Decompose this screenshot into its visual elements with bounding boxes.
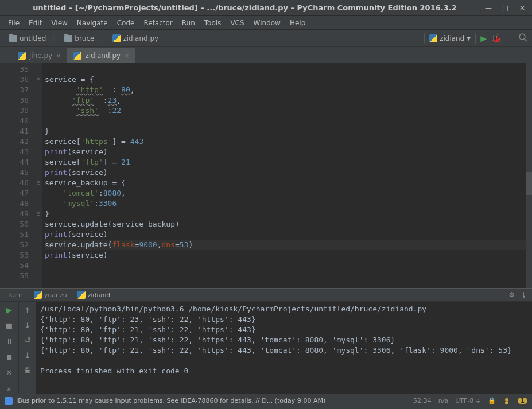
fold-column[interactable]: ⊟⊟⊟⊟	[34, 63, 42, 288]
line-number[interactable]: 37	[0, 85, 29, 95]
menu-tools[interactable]: Tools	[201, 18, 225, 28]
code-line[interactable]: 'ssh' :22	[45, 106, 532, 116]
line-number[interactable]: 40	[0, 116, 29, 126]
menu-code[interactable]: Code	[114, 18, 138, 28]
code-area[interactable]: service = { 'http' : 80, 'ftp' :23, 'ssh…	[42, 63, 532, 288]
pause-button[interactable]: ⏸	[4, 337, 14, 346]
code-line[interactable]: print(service)	[45, 147, 532, 157]
tool-windows-icon[interactable]	[5, 397, 13, 405]
menu-refactor[interactable]: Refactor	[140, 18, 176, 28]
code-line[interactable]: service.update(flask=9000,dns=53)	[45, 240, 532, 250]
print-button[interactable]: 🖶	[22, 365, 33, 375]
run-config-selector[interactable]: zidiand ▼	[424, 33, 476, 44]
close-button[interactable]: ✕	[4, 368, 14, 377]
code-line[interactable]: 'mysql':3306	[45, 198, 532, 209]
code-line[interactable]	[45, 116, 532, 126]
line-number[interactable]: 50	[0, 219, 29, 229]
file-encoding[interactable]: UTF-8 ≑	[455, 397, 481, 404]
crumb-folder[interactable]: bruce	[60, 33, 99, 44]
code-line[interactable]: }	[45, 209, 532, 219]
menu-view[interactable]: View	[48, 18, 71, 28]
gutter[interactable]: 3536373839404142434445464748495051525354…	[0, 63, 34, 288]
console-output[interactable]: /usr/local/python3/bin/python3.6 /home/k…	[36, 302, 532, 394]
line-number[interactable]: 38	[0, 95, 29, 106]
code-line[interactable]	[45, 271, 532, 281]
menu-window[interactable]: Window	[250, 18, 284, 28]
line-separator[interactable]: n/a	[438, 397, 448, 404]
code-line[interactable]: service = {	[45, 75, 532, 85]
line-number[interactable]: 42	[0, 137, 29, 147]
crumb-project[interactable]: untitled	[5, 33, 51, 44]
line-number[interactable]: 36	[0, 75, 29, 85]
up-button[interactable]: ↑	[22, 305, 33, 315]
fold-marker[interactable]: ⊟	[34, 209, 42, 219]
lock-icon[interactable]: 🔒	[488, 397, 496, 404]
fold-marker[interactable]: ⊟	[34, 75, 42, 85]
menu-run[interactable]: Run	[178, 18, 199, 28]
menu-help[interactable]: Help	[286, 18, 309, 28]
crumb-file[interactable]: zidiand.py	[108, 33, 163, 44]
menu-vcs[interactable]: VCS	[227, 18, 247, 28]
soft-wrap-button[interactable]: ⏎	[22, 335, 33, 345]
stop-button[interactable]: ■	[4, 321, 14, 330]
code-line[interactable]: }	[45, 126, 532, 137]
line-number[interactable]: 51	[0, 229, 29, 240]
tab-zidiand[interactable]: zidiand.py ×	[67, 48, 135, 63]
caret-position[interactable]: 52:34	[413, 397, 432, 404]
search-icon[interactable]	[518, 33, 527, 44]
run-tab-yuanzu[interactable]: yuanzu	[29, 290, 72, 300]
line-number[interactable]: 41	[0, 126, 29, 137]
code-line[interactable]: print(service)	[45, 229, 532, 240]
event-badge[interactable]: 1	[518, 398, 527, 404]
line-number[interactable]: 35	[0, 64, 29, 75]
line-number[interactable]: 48	[0, 198, 29, 209]
code-line[interactable]	[45, 260, 532, 271]
scroll-to-end-button[interactable]: ⤓	[22, 350, 33, 360]
vertical-scrollbar[interactable]	[526, 63, 532, 288]
minimize-icon[interactable]: —	[485, 4, 493, 12]
code-line[interactable]: print(service)	[45, 168, 532, 178]
line-number[interactable]: 53	[0, 250, 29, 260]
scroll-thumb[interactable]	[526, 172, 532, 195]
line-number[interactable]: 46	[0, 178, 29, 188]
close-icon[interactable]: ×	[56, 52, 61, 60]
debug-button[interactable]: 🐞	[491, 34, 501, 43]
line-number[interactable]: 55	[0, 271, 29, 281]
line-number[interactable]: 43	[0, 147, 29, 157]
line-number[interactable]: 54	[0, 260, 29, 271]
gear-icon[interactable]: ⚙	[508, 291, 515, 299]
fold-marker[interactable]: ⊟	[34, 126, 42, 137]
line-number[interactable]: 39	[0, 106, 29, 116]
code-line[interactable]: service_backup = {	[45, 178, 532, 188]
line-number[interactable]: 49	[0, 209, 29, 219]
code-line[interactable]: 'tomcat':8080,	[45, 188, 532, 198]
code-line[interactable]: print(service)	[45, 250, 532, 260]
tab-jihe[interactable]: jihe.py ×	[11, 48, 67, 63]
code-line[interactable]: service.update(service_backup)	[45, 219, 532, 229]
close-icon[interactable]: ✕	[519, 4, 527, 12]
menu-file[interactable]: File	[5, 18, 23, 28]
maximize-icon[interactable]: ▢	[502, 4, 510, 12]
code-editor[interactable]: 3536373839404142434445464748495051525354…	[0, 63, 532, 288]
run-button[interactable]: ▶	[480, 34, 487, 43]
menu-edit[interactable]: Edit	[25, 18, 45, 28]
line-number[interactable]: 44	[0, 157, 29, 168]
hector-icon[interactable]	[503, 397, 511, 405]
status-message[interactable]: IBus prior to 1.5.11 may cause input pro…	[16, 397, 325, 404]
code-line[interactable]	[45, 64, 532, 75]
line-number[interactable]: 52	[0, 240, 29, 250]
code-line[interactable]: service['ftp'] = 21	[45, 157, 532, 168]
exit-button[interactable]: ⏹	[4, 352, 14, 362]
code-line[interactable]: 'http' : 80,	[45, 85, 532, 95]
close-icon[interactable]: ×	[124, 52, 129, 60]
down-button[interactable]: ↓	[22, 320, 33, 330]
line-number[interactable]: 47	[0, 188, 29, 198]
line-number[interactable]: 45	[0, 168, 29, 178]
code-line[interactable]: 'ftp' :23,	[45, 95, 532, 106]
fold-marker[interactable]: ⊟	[34, 178, 42, 188]
rerun-button[interactable]: ▶	[4, 305, 14, 315]
hide-icon[interactable]: ⭳	[521, 291, 527, 299]
code-line[interactable]: service['https'] = 443	[45, 137, 532, 147]
more-button[interactable]: »	[4, 384, 14, 394]
run-tab-zidiand[interactable]: zidiand	[73, 290, 115, 300]
